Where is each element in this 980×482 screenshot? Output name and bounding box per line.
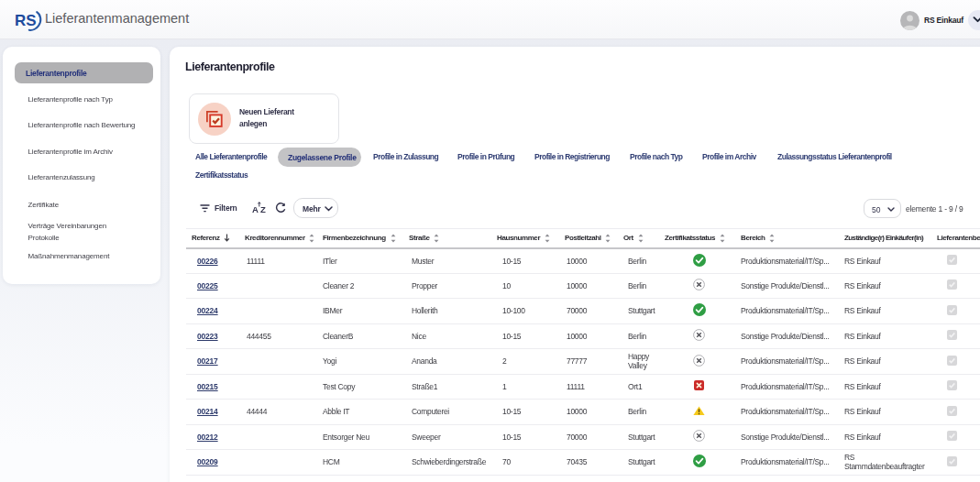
svg-text:A: A xyxy=(252,204,259,214)
svg-text:Z: Z xyxy=(260,204,266,214)
svg-text:RS: RS xyxy=(15,12,37,29)
